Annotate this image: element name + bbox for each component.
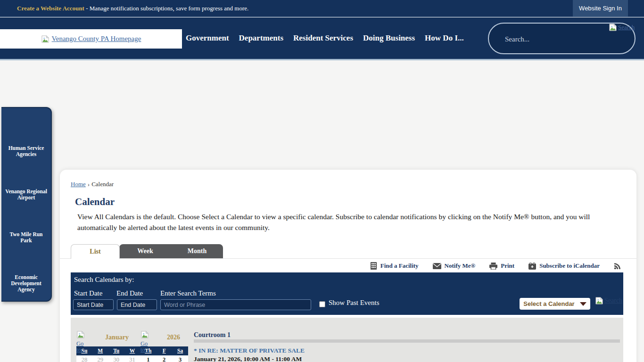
quick-links-sidebar: Human Service Agencies Venango Regional … [1, 107, 52, 302]
calendar-date-cell[interactable]: 3 [172, 355, 188, 362]
search-terms-label: Enter Search Terms [160, 289, 216, 297]
homepage-link[interactable]: Venango County PA Homepage [52, 35, 141, 43]
facility-grid-icon [370, 262, 377, 270]
day-header-tuesday: Tu [108, 346, 124, 355]
calendar-date-cell[interactable]: 29 [92, 355, 108, 362]
website-sign-in-button[interactable]: Website Sign In [573, 0, 628, 16]
view-tabs-strip: Week Month [119, 244, 223, 258]
tab-month[interactable]: Month [171, 244, 223, 258]
notify-me-button[interactable]: Notify Me® [433, 262, 476, 270]
header-search-submit[interactable]: Search [609, 24, 635, 31]
sidebar-item-two-mile-run-park[interactable]: Two Mile Run Park [1, 231, 51, 244]
start-date-input[interactable] [73, 299, 114, 310]
start-date-label: Start Date [74, 289, 102, 297]
header-search-input[interactable] [505, 32, 609, 46]
rss-icon [614, 263, 621, 270]
day-header-monday: M [92, 346, 108, 355]
broken-image-icon [140, 331, 149, 338]
previous-month-alt-text: Go to... [76, 341, 88, 353]
find-a-facility-button[interactable]: Find a Facility [370, 262, 419, 270]
page-intro-text: View All Calendars is the default. Choos… [77, 211, 609, 233]
mini-calendar-date-row: 28 29 30 31 1 2 3 [76, 355, 188, 362]
main-navigation: Government Departments Resident Services… [184, 17, 465, 59]
broken-image-icon [595, 297, 603, 304]
event-datetime: January 21, 2026, 10:00 AM - 11:00 AM [194, 355, 302, 362]
next-month-alt-text: Go to... [140, 341, 152, 353]
subscribe-icalendar-button[interactable]: Subscribe to iCalendar [528, 262, 600, 270]
show-past-events-checkbox[interactable] [319, 301, 325, 307]
breadcrumb-home-link[interactable]: Home [71, 181, 86, 188]
nav-item-government[interactable]: Government [184, 32, 231, 45]
nav-item-doing-business[interactable]: Doing Business [362, 32, 416, 45]
sidebar-item-economic-development-agency[interactable]: Economic Development Agency [1, 274, 51, 293]
select-a-calendar-label: Select a Calendar [523, 300, 574, 307]
breadcrumb-current: Calendar [91, 181, 114, 188]
print-button[interactable]: Print [489, 262, 514, 270]
nav-item-resident-services[interactable]: Resident Services [292, 32, 355, 45]
nav-item-how-do-i[interactable]: How Do I... [423, 32, 465, 45]
show-past-events-label: Show Past Events [329, 299, 380, 307]
sidebar-item-human-service-agencies[interactable]: Human Service Agencies [1, 145, 51, 157]
broken-image-icon [76, 331, 85, 338]
previous-month-button[interactable]: Go to... [76, 331, 88, 353]
tab-week[interactable]: Week [119, 244, 171, 258]
select-a-calendar-dropdown[interactable]: Select a Calendar [520, 298, 590, 310]
subscribe-icalendar-label: Subscribe to iCalendar [539, 262, 600, 270]
envelope-icon [433, 263, 441, 269]
site-header: Venango County PA Homepage Government De… [0, 17, 644, 60]
day-header-wednesday: W [124, 346, 140, 355]
calendar-date-cell[interactable]: 28 [76, 355, 92, 362]
calendar-search-submit[interactable]: Search [595, 297, 622, 304]
account-promo-text: Create a Website Account - Manage notifi… [17, 5, 248, 12]
event-list-divider [194, 339, 620, 343]
event-title-link[interactable]: * IN RE: MATTER OF PRIVATE SALE [194, 347, 305, 354]
mini-calendar-month: January [96, 334, 138, 341]
printer-icon [489, 263, 497, 270]
event-calendar-name: Courtroom 1 [194, 331, 231, 339]
tab-list-active[interactable]: List [71, 244, 120, 259]
broken-image-icon [41, 35, 50, 43]
main-content-card: Home›Calendar Calendar View All Calendar… [60, 170, 636, 362]
search-calendars-heading: Search Calendars by: [74, 276, 134, 284]
calendar-search-submit-label: Search [604, 297, 622, 304]
calendar-toolbar: Find a Facility Notify Me® Print [60, 259, 636, 272]
day-header-friday: F [156, 346, 172, 355]
page-title: Calendar [75, 196, 115, 208]
header-search-submit-label: Search [618, 24, 635, 31]
mini-calendar-year: 2026 [161, 334, 186, 341]
rss-button[interactable] [614, 263, 621, 270]
end-date-input[interactable] [117, 299, 157, 310]
calendar-date-cell[interactable]: 30 [108, 355, 124, 362]
broken-image-icon [609, 24, 617, 31]
account-promo-suffix: - Manage notification subscriptions, sav… [84, 5, 248, 12]
create-account-link[interactable]: Create a Website Account [17, 5, 84, 12]
next-month-button[interactable]: Go to... [140, 331, 152, 353]
print-label: Print [501, 262, 514, 270]
nav-item-departments[interactable]: Departments [238, 32, 285, 45]
breadcrumb: Home›Calendar [71, 181, 114, 188]
tab-divider-line [60, 258, 636, 259]
sidebar-item-venango-regional-airport[interactable]: Venango Regional Airport [1, 189, 51, 201]
mini-calendar-day-header-row: Su M Tu W Th F Sa [76, 346, 188, 355]
site-logo[interactable]: Venango County PA Homepage [0, 29, 182, 49]
calendar-subscribe-icon [528, 263, 536, 270]
calendar-date-cell[interactable]: 2 [156, 355, 172, 362]
notify-me-label: Notify Me® [445, 262, 476, 270]
breadcrumb-separator: › [88, 181, 90, 188]
calendar-search-panel: Search Calendars by: Start Date End Date… [71, 272, 623, 315]
end-date-label: End Date [116, 289, 143, 297]
search-terms-input[interactable] [160, 299, 311, 310]
find-a-facility-label: Find a Facility [380, 262, 419, 270]
calendar-results-area: Go to... January Go to... 2026 Su M Tu W… [71, 318, 623, 362]
calendar-date-cell[interactable]: 31 [124, 355, 140, 362]
top-utility-bar: Create a Website Account - Manage notifi… [0, 0, 644, 17]
day-header-saturday: Sa [172, 346, 188, 355]
calendar-date-cell[interactable]: 1 [140, 355, 156, 362]
chevron-down-icon [580, 302, 586, 306]
